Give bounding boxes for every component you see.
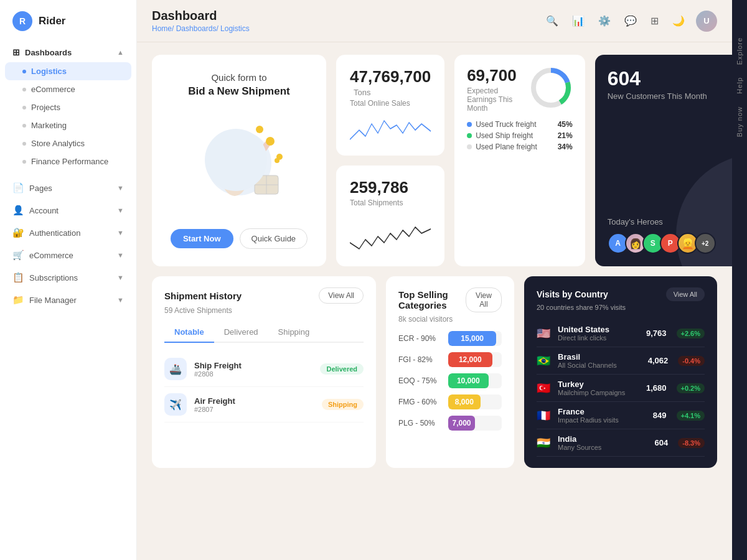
active-dot: [22, 70, 26, 73]
tab-delivered[interactable]: Delivered: [214, 322, 268, 343]
start-now-button[interactable]: Start Now: [171, 229, 233, 248]
legend-row-ship: Used Ship freight 21%: [467, 131, 573, 140]
dot-icon: [22, 88, 26, 91]
sidebar-item-pages[interactable]: 📄 Pages ▼: [5, 177, 131, 199]
theme-icon[interactable]: 🌙: [670, 12, 687, 29]
sidebar-item-ecommerce-main[interactable]: 🛒 eCommerce ▼: [5, 244, 131, 266]
country-row-in: 🇮🇳 India Many Sources 604 -8.3%: [537, 429, 705, 457]
sidebar-item-ecommerce[interactable]: eCommerce: [5, 80, 131, 98]
br-value: 4,062: [648, 356, 669, 365]
sidebar-item-logistics[interactable]: Logistics: [5, 62, 131, 80]
chevron-down-icon: ▼: [117, 229, 124, 236]
quick-guide-button[interactable]: Quick Guide: [240, 228, 308, 249]
sidebar-item-projects[interactable]: Projects: [5, 98, 131, 116]
bar-row-2: FGI - 82% 12,000: [398, 352, 502, 367]
grid-icon[interactable]: ⊞: [648, 12, 661, 29]
avatar[interactable]: U: [696, 11, 717, 32]
total-sales-card: 47,769,700 Tons Total Online Sales: [336, 55, 444, 156]
page-title: Dashboard: [152, 9, 250, 23]
logo-text: Rider: [39, 15, 65, 27]
quick-form-subtitle: Bid a New Shipment: [188, 85, 289, 98]
tab-notable[interactable]: Notable: [164, 322, 214, 343]
br-flag: 🇧🇷: [537, 354, 552, 368]
bar-fill-4: 8,000: [448, 394, 481, 409]
bar-label-5: PLG - 50%: [398, 419, 442, 427]
account-icon: 👤: [12, 205, 24, 216]
visits-view-all-button[interactable]: View All: [666, 287, 705, 301]
stats-col-2: 69,700 Expected Earnings This Month: [454, 55, 585, 266]
in-source: Many Sources: [558, 444, 601, 451]
row2: Shipment History View All 59 Active Ship…: [152, 276, 717, 468]
breadcrumb: Home/ Dashboards/ Logistics: [152, 24, 250, 33]
in-flag: 🇮🇳: [537, 436, 552, 450]
breadcrumb-dashboards[interactable]: Dashboards/: [176, 24, 218, 33]
logo-icon: R: [12, 11, 32, 31]
country-row-fr: 🇫🇷 France Impact Radius visits 849 +4.1%: [537, 402, 705, 429]
bar-fill-5: 7,000: [448, 416, 475, 431]
earnings-value: 69,700: [467, 66, 517, 85]
truck-dot: [467, 122, 472, 127]
br-source: All Social Channels: [558, 362, 617, 369]
shipment-name-2: Air Freight: [194, 396, 235, 406]
tab-shipping[interactable]: Shipping: [268, 322, 320, 343]
sidebar-item-file-manager[interactable]: 📁 File Manager ▼: [5, 289, 131, 311]
logo[interactable]: R Rider: [0, 0, 136, 42]
rs-help[interactable]: Help: [736, 77, 743, 94]
br-name: Brasil: [558, 352, 617, 362]
plane-pct: 34%: [558, 142, 573, 151]
shipment-status-2: Shipping: [322, 399, 364, 410]
heroes-title: Today's Heroes: [608, 217, 732, 226]
dot-icon: [22, 142, 26, 146]
message-icon[interactable]: 💬: [622, 12, 639, 29]
heroes-section: Today's Heroes A 👩 S P 👱 +2: [608, 217, 732, 254]
bar-label-1: ECR - 90%: [398, 334, 442, 343]
shipment-view-all-button[interactable]: View All: [319, 287, 364, 304]
legend-row-truck: Used Truck freight 45%: [467, 120, 573, 129]
us-flag: 🇺🇸: [537, 327, 552, 340]
sidebar-item-finance[interactable]: Finance Performance: [5, 152, 131, 170]
fr-source: Impact Radius visits: [558, 416, 619, 424]
breadcrumb-current: Logistics: [220, 24, 250, 33]
tr-name: Turkey: [558, 380, 625, 389]
illustration: [192, 123, 286, 203]
shipment-history-card: Shipment History View All 59 Active Ship…: [152, 276, 376, 468]
ecommerce-icon: 🛒: [12, 250, 24, 261]
in-value: 604: [655, 438, 669, 447]
sidebar-item-authentication[interactable]: 🔐 Authentication ▼: [5, 222, 131, 244]
settings-icon[interactable]: ⚙️: [596, 12, 613, 29]
hero-avatar-more: +2: [695, 233, 716, 254]
shipment-icon-2: ✈️: [164, 393, 187, 416]
rs-buy-now[interactable]: Buy now: [736, 106, 743, 137]
categories-header: Top Selling Categories View All: [398, 287, 502, 312]
dot-icon: [22, 124, 26, 128]
categories-card: Top Selling Categories View All 8k socia…: [386, 276, 514, 468]
header-right: 🔍 📊 ⚙️ 💬 ⊞ 🌙 U: [543, 11, 717, 32]
sidebar-dashboards-toggle[interactable]: ⊞ Dashboards ▲: [5, 42, 131, 62]
sidebar-dashboards-label: Dashboards: [25, 48, 72, 57]
shipment-icon-1: 🚢: [164, 358, 187, 380]
sidebar-item-subscriptions[interactable]: 📋 Subscriptions ▼: [5, 266, 131, 289]
earnings-card: 69,700 Expected Earnings This Month: [454, 55, 585, 266]
illus-dot1: [256, 126, 263, 133]
chevron-down-icon: ▼: [117, 207, 124, 214]
quick-form-card: Quick form to Bid a New Shipment: [152, 55, 326, 266]
donut-chart: [529, 66, 573, 110]
sidebar-item-account[interactable]: 👤 Account ▼: [5, 199, 131, 222]
sidebar-item-store-analytics[interactable]: Store Analytics: [5, 134, 131, 152]
chart-icon[interactable]: 📊: [570, 12, 587, 29]
sidebar-item-marketing[interactable]: Marketing: [5, 116, 131, 134]
visits-card: Visits by Country View All 20 countries …: [524, 276, 717, 468]
in-name: India: [558, 434, 601, 444]
main-area: Dashboard Home/ Dashboards/ Logistics 🔍 …: [137, 0, 732, 560]
categories-title: Top Selling Categories: [398, 289, 466, 310]
dashboard-icon: ⊞: [12, 47, 20, 57]
breadcrumb-home[interactable]: Home/: [152, 24, 174, 33]
shipment-status-1: Delivered: [320, 363, 364, 375]
search-icon[interactable]: 🔍: [543, 12, 561, 29]
categories-view-all-button[interactable]: View All: [466, 287, 502, 312]
freight-legend: Used Truck freight 45% Used Ship freight…: [467, 120, 573, 151]
total-sales-unit: Tons: [354, 88, 370, 97]
total-sales-value: 47,769,700: [350, 67, 431, 86]
rs-explore[interactable]: Explore: [736, 37, 743, 65]
total-sales-chart: [350, 111, 431, 151]
